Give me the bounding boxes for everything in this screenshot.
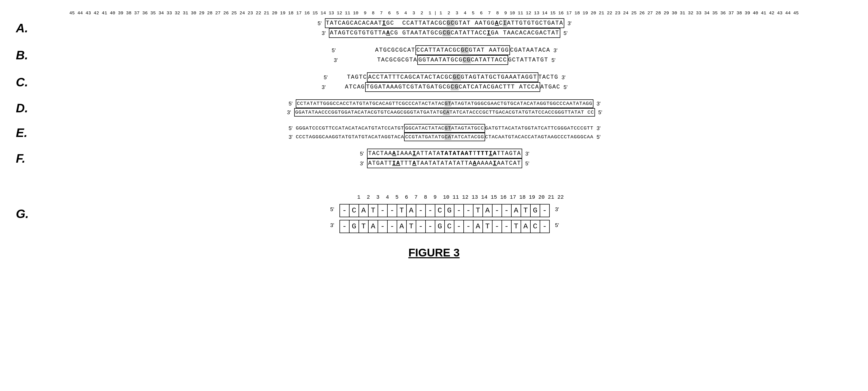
section-e-bottom-seq: CCCTAGGGCAAGGTATGTATGTACATAGGTACACCGTATG… [296,133,593,142]
section-g-bottom: 3' - G T A - - A T - - G C [330,217,559,233]
section-b-content: 5' ATGCGCGCATCCATTATACGCGCGTAT AATGGCGAT… [37,45,852,65]
section-g-label: G. [16,207,37,221]
section-g-top: 5' - C A T - - T A - - C G [330,201,559,217]
section-a-bottom-seq: ATAGTCGTGTGTTAACG GTAATATGCGCGCATATTACCI… [329,28,561,38]
section-a-top-strand: 5' TATCAGCACACAATIGC CCATTATACGCGCGTAT A… [318,18,572,28]
section-e-top: 5' GGGATCCCGTTCCATACATACATGTATCCATGTGGCA… [289,124,600,133]
g-bottom-table: - G T A - - A T - - G C - - A [339,220,550,233]
section-b: B. 5' ATGCGCGCATCCATTATACGCGCGTAT AATGGC… [16,45,852,65]
section-b-top: 5' ATGCGCGCATCCATTATACGCGCGTAT AATGGCGAT… [332,45,557,55]
section-e-bottom: 3' CCCTAGGGCAAGGTATGTATGTACATAGGTACACCGT… [289,133,600,142]
section-b-label: B. [16,48,37,62]
section-f-label: F. [16,151,37,166]
section-c-label: C. [16,75,37,89]
figure-title: FIGURE 3 [16,246,852,259]
section-d-top: 5' CCTATATTGGGCCACCTATGTATGCACAGTTCGCCCA… [289,99,600,108]
g-col-numbers: 1 2 3 4 5 6 7 8 9 10 11 12 13 14 15 16 1… [341,194,564,200]
section-a: A. 5' TATCAGCACACAATIGC CCATTATACGCGCGTA… [16,18,852,38]
g-top-table: - C A T - - T A - - C G - - T [339,204,550,217]
section-f-bottom: 3' ATGATTIATTTATAATATATATATTAAAAAAIAATCA… [360,158,529,168]
section-f-top-seq: TACTAAAIAAAIATTATATATATAATTTTTIATTAGTA [367,149,522,158]
figure-container: 45 44 43 42 41 40 39 38 37 36 35 34 33 3… [16,10,852,259]
section-a-label: A. [16,21,37,35]
strand-5-end: 5' [563,29,567,37]
ruler-numbers: 45 44 43 42 41 40 39 38 37 36 35 34 33 3… [69,10,799,16]
section-c-top: 5' TAGTCACCTATTTCAGCATACTACGCGCGTAGTATGC… [323,72,565,82]
section-g: G. 1 2 3 4 5 6 7 8 9 10 11 12 13 14 15 1… [16,194,852,233]
section-d-content: 5' CCTATATTGGGCCACCTATGTATGCACAGTTCGCCCA… [37,99,852,117]
section-f-content: 5' TACTAAAIAAAIATTATATATATAATTTTTIATTAGT… [37,149,852,168]
strand-3-label: 3' [322,29,326,37]
section-e-label: E. [16,126,37,140]
section-c-top-seq: TAGTCACCTATTTCAGCATACTACGCGCGTAGTATGCTGA… [331,72,558,82]
section-g-content: 1 2 3 4 5 6 7 8 9 10 11 12 13 14 15 16 1… [37,194,852,233]
section-a-top-seq: TATCAGCACACAATIGC CCATTATACGCGCGTAT AATG… [325,18,564,28]
section-b-bottom-seq: TACGCGCGTAGGTAATATGCGCGCATATTACCGCTATTAT… [341,55,548,65]
section-a-bottom-strand: 3' ATAGTCGTGTGTTAACG GTAATATGCGCGCATATTA… [322,28,567,38]
section-e-content: 5' GGGATCCCGTTCCATACATACATGTATCCATGTGGCA… [37,124,852,141]
section-c-bottom-seq: ATCAGTGGATAAAGTCGTATGATGCGCGCATCATACGACT… [329,82,561,92]
section-f: F. 5' TACTAAAIAAAIATTATATATATAATTTTTIATT… [16,149,852,168]
section-c-bottom: 3' ATCAGTGGATAAAGTCGTATGATGCGCGCATCATACG… [322,82,567,92]
section-d-top-seq: CCTATATTGGGCCACCTATGTATGCACAGTTCGCCCATAC… [296,99,593,108]
section-b-top-seq: ATGCGCGCATCCATTATACGCGCGTAT AATGGCGATAAT… [339,45,551,55]
strand-3-end: 3' [567,19,571,27]
section-e-top-seq: GGGATCCCGTTCCATACATACATGTATCCATGTGGCATAC… [296,124,593,133]
section-c-content: 5' TAGTCACCTATTTCAGCATACTACGCGCGTAGTATGC… [37,72,852,92]
section-d-label: D. [16,101,37,115]
section-d-bottom: 3' GGATATAACCCGGTGGATACATACGTGTCAAGCGGGT… [287,108,602,117]
top-ruler: 45 44 43 42 41 40 39 38 37 36 35 34 33 3… [16,10,852,16]
strand-5-label: 5' [318,19,322,27]
section-a-content: 5' TATCAGCACACAATIGC CCATTATACGCGCGTAT A… [37,18,852,38]
section-d: D. 5' CCTATATTGGGCCACCTATGTATGCACAGTTCGC… [16,99,852,117]
section-e: E. 5' GGGATCCCGTTCCATACATACATGTATCCATGTG… [16,124,852,141]
section-b-bottom: 3' TACGCGCGTAGGTAATATGCGCGCATATTACCGCTAT… [334,55,555,65]
section-f-bottom-seq: ATGATTIATTTATAATATATATATTAAAAAAIAATCAT [367,158,522,168]
section-f-top: 5' TACTAAAIAAAIATTATATATATAATTTTTIATTAGT… [360,149,529,158]
section-c: C. 5' TAGTCACCTATTTCAGCATACTACGCGCGTAGTA… [16,72,852,92]
section-d-bottom-seq: GGATATAACCCGGTGGATACATACGTGTCAAGCGGGTATG… [294,108,595,117]
